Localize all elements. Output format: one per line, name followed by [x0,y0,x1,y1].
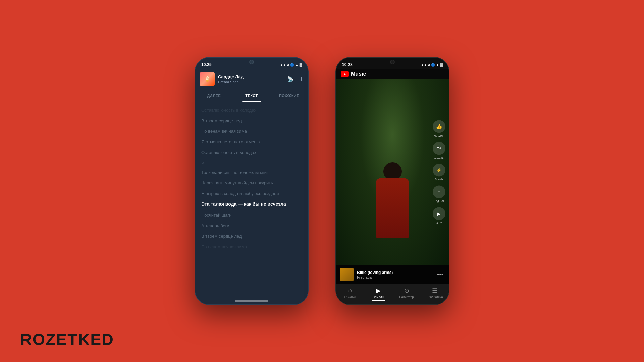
lyric-line: Я ныряю в холода и любуюсь бездной [201,189,302,199]
play-next-icon: ▶ [433,207,445,220]
lyric-line: А теперь беги [201,221,302,231]
share-button[interactable]: ↑ Под...ся [433,185,445,202]
samples-nav-icon: ▶ [376,287,381,294]
shorts-button[interactable]: ⚡ Shorts [433,164,445,181]
video-area: 👍 Нр...тся ≡+ До...ть ⚡ Shorts ↑ Под...с… [336,79,449,265]
share-label: Под...ся [433,199,444,202]
yt-music-logo: Music [341,71,366,77]
pause-button[interactable]: ⏸ [298,76,303,82]
samples-nav-label: Семплы [373,295,384,299]
yt-music-header: Music [336,69,449,79]
like-button[interactable]: 👍 Нр...тся [433,120,445,137]
lyric-line: Толковали сны по обложкам книг [201,168,302,178]
video-background [336,79,449,265]
player-controls: 📡 ⏸ [287,76,303,82]
lyric-line: Через пять минут выйдем покурить [201,178,302,188]
track-info: Сердце Лёд Cream Soda [215,74,287,84]
tab-similar[interactable]: ПОХОЖИЕ [270,89,308,102]
phone-2-status-icons: ● ● ⊃ 🔵 ▲ ▓ [421,63,443,67]
phone-1-content: 🍦 Сердце Лёд Cream Soda 📡 ⏸ ДАЛЕЕ ТЕКСТ … [195,69,308,304]
album-thumbnail: 🍦 [200,72,215,86]
lyric-line-active: Эта талая вода — как бы не исчезла [201,199,302,209]
home-nav-label: Главная [344,295,356,298]
nav-navigator[interactable]: ⊙ Навигатор [392,284,421,304]
lyric-line: В твоем сердце лед [201,231,302,241]
track-title: Сердце Лёд [218,74,287,79]
share-icon: ↑ [433,185,445,198]
shorts-label: Shorts [435,177,443,181]
library-nav-label: Библиотека [427,295,443,299]
play-next-button[interactable]: ▶ Вк...ть [433,207,445,224]
nav-samples[interactable]: ▶ Семплы [364,284,392,304]
nav-home[interactable]: ⌂ Главная [336,284,364,304]
song-thumbnail [340,268,354,281]
navigator-nav-icon: ⊙ [404,287,409,294]
bottom-nav: ⌂ Главная ▶ Семплы ⊙ Навигатор ☰ Библиот… [336,284,449,304]
phones-container: 10:25 ● ● ⊃ 🔵 ▲ ▓ 🍦 Сердце Лёд Cream Sod… [195,57,449,305]
lyric-line: Посчитай шаги [201,210,302,220]
nav-library[interactable]: ☰ Библиотека [421,284,449,304]
now-playing-bar: 🍦 Сердце Лёд Cream Soda 📡 ⏸ [195,69,308,89]
phone-1-camera [249,60,254,64]
youtube-icon [341,71,349,77]
phone-2-content: Music [336,69,449,304]
lyric-line: В твоем сердце лед [201,116,302,126]
home-indicator [235,300,268,302]
phone-2-camera [390,60,395,64]
lyrics-container: Оставлю юность в холодах В твоем сердце … [195,102,308,304]
phone-2-time: 10:28 [342,62,353,67]
more-options-button[interactable]: ••• [436,270,445,280]
shorts-icon: ⚡ [433,164,445,176]
lyric-note: ♪ [201,158,302,167]
phone-1-status-icons: ● ● ⊃ 🔵 ▲ ▓ [280,63,302,67]
song-details: Billie (loving arms) Fred again.. [357,270,432,279]
lyric-line: По венам вечная зима [201,126,302,136]
add-icon: ≡+ [433,142,445,155]
tab-lyrics[interactable]: ТЕКСТ [233,89,270,102]
tab-next[interactable]: ДАЛЕЕ [195,89,233,102]
lyric-line: Оставлю юность в холодах [201,105,302,115]
library-nav-icon: ☰ [432,287,437,294]
action-buttons: 👍 Нр...тся ≡+ До...ть ⚡ Shorts ↑ Под...с… [433,120,445,224]
play-next-label: Вк...ть [435,221,443,224]
bottom-song-info: Billie (loving arms) Fred again.. ••• [336,265,449,284]
add-to-playlist-button[interactable]: ≡+ До...ть [433,142,445,159]
cast-icon[interactable]: 📡 [287,76,294,82]
yt-music-title: Music [351,71,366,77]
phone-2: 10:28 ● ● ⊃ 🔵 ▲ ▓ Music [335,57,449,305]
tabs-bar: ДАЛЕЕ ТЕКСТ ПОХОЖИЕ [195,89,308,102]
lyric-line: По венам вечная зима [201,242,302,252]
song-title: Billie (loving arms) [357,270,432,275]
lyric-line: Оставлю юность в холодах [201,147,302,158]
nav-active-indicator [372,300,385,301]
song-artist: Fred again.. [357,275,432,279]
navigator-nav-label: Навигатор [399,295,414,299]
phone-1-time: 10:25 [201,62,212,67]
person-figure [376,162,409,238]
like-label: Нр...тся [434,134,444,137]
figure-body [376,178,409,238]
home-nav-icon: ⌂ [348,287,352,294]
add-label: До...ть [434,156,444,159]
lyric-line: Я отменю лето, лето отменю [201,137,302,147]
like-icon: 👍 [433,120,445,133]
track-artist: Cream Soda [218,80,287,84]
phone-1: 10:25 ● ● ⊃ 🔵 ▲ ▓ 🍦 Сердце Лёд Cream Sod… [195,57,309,305]
brand-logo: ROZETKED [20,330,114,349]
